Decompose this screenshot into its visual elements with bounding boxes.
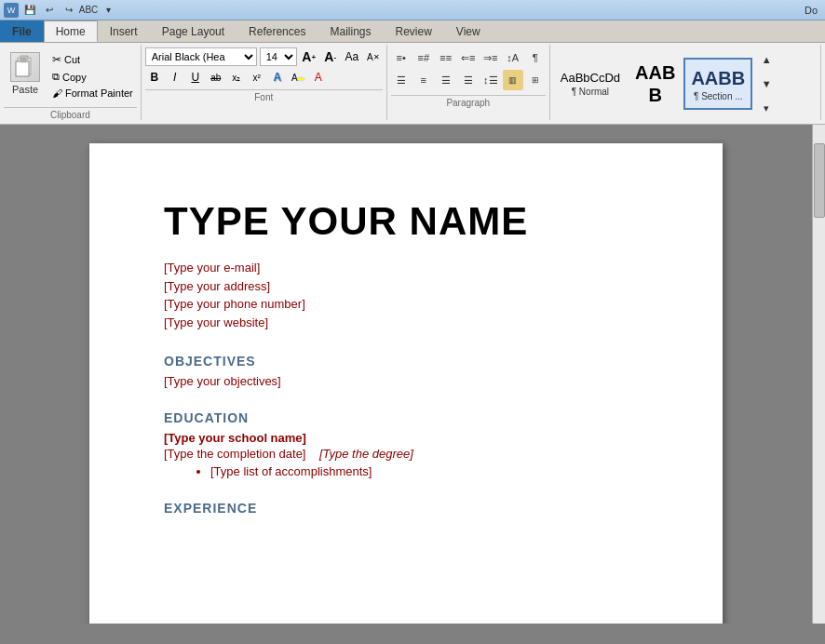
shading-button[interactable]: ▥ [503,70,523,90]
font-row-2: B I U ab x₂ x² A A▬ A [145,68,383,87]
clear-formatting-button[interactable]: A✕ [364,47,383,66]
font-group: Arial Black (Hea 14 A+ A- Aa A✕ B I U ab… [142,45,387,120]
paste-icon [10,52,40,82]
spell-check-button[interactable]: ABC [80,2,97,19]
website-field[interactable]: [Type your website] [164,314,648,332]
sort-button[interactable]: ↕A [503,47,523,68]
save-button[interactable]: 💾 [21,2,38,19]
small-clipboard-buttons: ✂ Cut ⧉ Copy 🖌 Format Painter [48,47,137,104]
format-painter-icon: 🖌 [52,87,62,99]
clipboard-group: Paste ✂ Cut ⧉ Copy 🖌 Format Painter [0,45,142,120]
style-normal-preview: AaBbCcDd [561,71,620,86]
superscript-button[interactable]: x² [248,68,266,87]
italic-button[interactable]: I [166,68,184,87]
line-spacing-button[interactable]: ↕☰ [480,70,501,90]
align-center-button[interactable]: ≡ [413,70,434,90]
degree-field[interactable]: [Type the degree] [319,447,413,461]
underline-button[interactable]: U [186,68,205,87]
ribbon-content: Paste ✂ Cut ⧉ Copy 🖌 Format Painter [0,43,825,124]
font-row-1: Arial Black (Hea 14 A+ A- Aa A✕ [145,47,383,66]
tab-mailings[interactable]: Mailings [318,20,383,42]
tab-review[interactable]: Review [383,20,443,42]
style-normal[interactable]: AaBbCcDd ¶ Normal [554,58,627,110]
accomplishment-item[interactable]: [Type list of accomplishments] [210,464,648,478]
paragraph-group-label: Paragraph [391,95,546,108]
grow-font-button[interactable]: A+ [300,47,318,66]
completion-date-text[interactable]: [Type the completion date] [164,447,305,461]
style-no-spacing[interactable]: AABB [629,58,682,110]
text-highlight-button[interactable]: A▬ [289,68,307,87]
tab-insert[interactable]: Insert [98,20,150,42]
tab-file[interactable]: File [0,20,44,42]
text-effects-button[interactable]: A [268,68,287,87]
font-color-button[interactable]: A [309,68,328,87]
increase-indent-button[interactable]: ⇒≡ [480,47,501,68]
clipboard-controls: Paste ✂ Cut ⧉ Copy 🖌 Format Painter [4,47,137,104]
redo-button[interactable]: ↪ [61,2,77,19]
undo-button[interactable]: ↩ [41,2,58,19]
education-heading: EDUCATION [164,410,648,425]
copy-label: Copy [62,72,87,83]
title-bar: W 💾 ↩ ↪ ABC ▾ Do [0,0,825,20]
ribbon: Paste ✂ Cut ⧉ Copy 🖌 Format Painter [0,43,825,125]
styles-scroll-down[interactable]: ▼ [756,74,777,94]
cut-button[interactable]: ✂ Cut [48,51,137,68]
vertical-scrollbar[interactable] [812,125,825,624]
format-painter-label: Format Painter [65,87,133,99]
format-painter-button[interactable]: 🖌 Format Painter [48,86,137,101]
subscript-button[interactable]: x₂ [227,68,246,87]
change-case-button[interactable]: Aa [343,47,361,66]
styles-scroll-up[interactable]: ▲ [756,49,777,70]
copy-icon: ⧉ [52,71,60,83]
borders-button[interactable]: ⊞ [525,70,546,90]
paragraph-row-1: ≡• ≡# ≡≡ ⇐≡ ⇒≡ ↕A ¶ [391,47,546,68]
tab-view[interactable]: View [444,20,493,42]
bullets-button[interactable]: ≡• [391,47,412,68]
cut-icon: ✂ [52,53,61,66]
style-section-label: ¶ Section ... [694,91,743,101]
experience-heading: EXPERIENCE [164,501,648,516]
scrollbar-thumb[interactable] [814,143,825,218]
phone-field[interactable]: [Type your phone number] [164,295,648,314]
copy-button[interactable]: ⧉ Copy [48,69,137,85]
align-left-button[interactable]: ☰ [391,70,412,90]
tab-references[interactable]: References [237,20,318,42]
contact-info: [Type your e-mail] [Type your address] [… [164,259,648,331]
align-right-button[interactable]: ☰ [436,70,456,90]
styles-more[interactable]: ▾ [756,98,777,118]
font-family-select[interactable]: Arial Black (Hea [145,47,257,66]
multilevel-list-button[interactable]: ≡≡ [436,47,456,68]
document-page[interactable]: TYPE YOUR NAME [Type your e-mail] [Type … [89,143,723,624]
tab-page-layout[interactable]: Page Layout [150,20,237,42]
objectives-content[interactable]: [Type your objectives] [164,374,648,388]
paste-button[interactable]: Paste [4,47,47,104]
justify-button[interactable]: ☰ [458,70,479,90]
decrease-indent-button[interactable]: ⇐≡ [458,47,479,68]
tab-bar: File Home Insert Page Layout References … [0,20,825,43]
svg-rect-3 [20,58,26,62]
tab-home[interactable]: Home [44,20,98,42]
clipboard-group-label: Clipboard [4,107,137,120]
style-section-preview: AABB [691,67,745,89]
strikethrough-button[interactable]: ab [207,68,225,87]
main-area: TYPE YOUR NAME [Type your e-mail] [Type … [0,125,825,624]
shrink-font-button[interactable]: A- [321,47,340,66]
style-section[interactable]: AABB ¶ Section ... [683,58,752,110]
address-field[interactable]: [Type your address] [164,277,648,296]
style-normal-label: ¶ Normal [572,87,609,97]
numbering-button[interactable]: ≡# [413,47,434,68]
cut-label: Cut [64,54,80,65]
school-name-field[interactable]: [Type your school name] [164,431,648,445]
show-marks-button[interactable]: ¶ [525,47,546,68]
document-area[interactable]: TYPE YOUR NAME [Type your e-mail] [Type … [0,125,812,624]
styles-items: AaBbCcDd ¶ Normal AABB AABB ¶ Section ..… [554,47,817,120]
font-size-select[interactable]: 14 [260,47,297,66]
completion-date-field[interactable]: [Type the completion date] [Type the deg… [164,447,648,461]
paragraph-row-2: ☰ ≡ ☰ ☰ ↕☰ ▥ ⊞ [391,70,546,90]
bold-button[interactable]: B [145,68,164,87]
style-no-spacing-preview: AABB [635,61,675,106]
document-title-text[interactable]: TYPE YOUR NAME [164,199,648,244]
email-field[interactable]: [Type your e-mail] [164,259,648,277]
dropdown-arrow[interactable]: ▾ [100,2,116,19]
document-title: Do [805,5,818,16]
